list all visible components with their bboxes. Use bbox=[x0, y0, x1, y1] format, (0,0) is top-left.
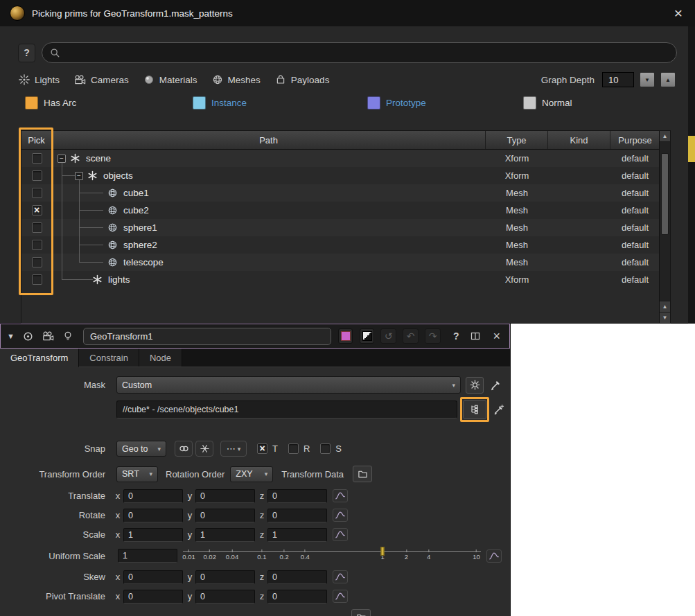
table-row-telescope[interactable]: × telescope Mesh default bbox=[21, 254, 660, 271]
mask-pattern-input[interactable] bbox=[116, 401, 457, 419]
snap-options-button[interactable]: ⋯ ▾ bbox=[220, 441, 247, 457]
table-row-scene[interactable]: × − scene Xform default bbox=[21, 150, 660, 167]
pick-checkbox-checked[interactable]: × bbox=[32, 205, 42, 215]
table-row-sphere2[interactable]: × sphere2 Mesh default bbox=[21, 236, 660, 254]
snap-to-geo-button[interactable] bbox=[195, 441, 213, 457]
tab-node[interactable]: Node bbox=[139, 349, 182, 367]
mask-settings-button[interactable] bbox=[466, 377, 484, 394]
translate-curve-button[interactable] bbox=[333, 489, 348, 502]
table-row-cube2[interactable]: × cube2 Mesh default bbox=[21, 202, 660, 219]
camera-icon[interactable] bbox=[40, 328, 56, 344]
pick-checkbox[interactable]: × bbox=[32, 240, 42, 250]
rotate-curve-button[interactable] bbox=[333, 509, 348, 522]
search-input[interactable] bbox=[65, 48, 669, 58]
expander-icon[interactable]: − bbox=[58, 155, 66, 163]
dialog-titlebar[interactable]: Picking prims for GeoTransform1.mask_pat… bbox=[0, 0, 695, 26]
search-field[interactable] bbox=[42, 42, 677, 63]
column-header-path[interactable]: Path bbox=[52, 131, 486, 149]
tab-constrain[interactable]: Constrain bbox=[79, 349, 139, 367]
node-indicator-icon[interactable] bbox=[20, 328, 36, 344]
scroll-down-button[interactable]: ▼ bbox=[660, 312, 670, 323]
eyedropper-icon[interactable] bbox=[487, 377, 503, 394]
match-selection-button[interactable] bbox=[175, 441, 193, 457]
scale-y-input[interactable] bbox=[195, 528, 255, 542]
snap-scale-toggle[interactable]: × S bbox=[320, 443, 342, 454]
scale-checkbox[interactable]: × bbox=[320, 443, 331, 454]
column-header-pick[interactable]: Pick bbox=[21, 131, 52, 149]
transform-data-folder-button[interactable] bbox=[353, 466, 372, 482]
undo-button[interactable]: ↶ bbox=[403, 328, 419, 344]
center-panel-icon[interactable] bbox=[468, 328, 484, 344]
slider-handle[interactable] bbox=[381, 547, 385, 556]
scrollbar-thumb[interactable] bbox=[661, 153, 669, 235]
pick-checkbox[interactable]: × bbox=[32, 274, 42, 285]
panel-close-icon[interactable]: × bbox=[487, 331, 503, 342]
pick-checkbox[interactable]: × bbox=[32, 153, 42, 164]
translate-x-input[interactable] bbox=[123, 489, 183, 503]
mask-dropdown[interactable]: Custom ▾ bbox=[116, 376, 461, 394]
filter-payloads[interactable]: Payloads bbox=[275, 74, 330, 85]
scene-graph-picker-button[interactable] bbox=[463, 400, 486, 419]
revert-button[interactable]: ↺ bbox=[380, 328, 396, 344]
graph-depth-decrease-button[interactable]: ▼ bbox=[640, 72, 655, 87]
translate-checkbox[interactable]: × bbox=[257, 443, 267, 454]
pick-from-viewer-icon[interactable] bbox=[491, 401, 507, 419]
graph-depth-increase-button[interactable]: ▲ bbox=[660, 72, 676, 87]
translate-z-input[interactable] bbox=[267, 489, 327, 503]
table-row-objects[interactable]: × − objects Xform default bbox=[21, 167, 660, 184]
column-header-type[interactable]: Type bbox=[486, 131, 548, 149]
snap-mode-dropdown[interactable]: Geo to ▾ bbox=[116, 441, 166, 457]
panel-header[interactable]: ▼ ↺ ↶ ↷ ? × bbox=[0, 324, 510, 349]
scale-x-input[interactable] bbox=[123, 528, 183, 542]
redo-button[interactable]: ↷ bbox=[425, 328, 441, 344]
help-button[interactable]: ? bbox=[18, 44, 35, 62]
rotate-x-input[interactable] bbox=[123, 509, 183, 522]
translate-y-input[interactable] bbox=[195, 489, 255, 503]
snap-translate-toggle[interactable]: × T bbox=[257, 443, 278, 454]
rotate-z-input[interactable] bbox=[267, 509, 327, 522]
scale-curve-button[interactable] bbox=[333, 528, 348, 541]
collapse-panel-icon[interactable]: ▼ bbox=[7, 332, 16, 340]
transform-order-dropdown[interactable]: SRT ▾ bbox=[116, 466, 158, 482]
table-row-lights[interactable]: × lights Xform default bbox=[21, 271, 660, 288]
scale-z-input[interactable] bbox=[267, 528, 327, 542]
snap-rotate-toggle[interactable]: × R bbox=[288, 443, 310, 454]
node-color-button[interactable] bbox=[338, 328, 353, 344]
rotation-order-dropdown[interactable]: ZXY ▾ bbox=[230, 466, 273, 482]
pivot-translate-curve-button[interactable] bbox=[333, 590, 348, 603]
filter-meshes[interactable]: Meshes bbox=[212, 74, 261, 85]
expander-icon[interactable]: − bbox=[75, 172, 83, 180]
gl-color-button[interactable] bbox=[360, 328, 374, 344]
pick-checkbox[interactable]: × bbox=[32, 257, 42, 267]
pick-checkbox[interactable]: × bbox=[32, 170, 42, 181]
pick-checkbox[interactable]: × bbox=[32, 222, 42, 233]
rotate-checkbox[interactable]: × bbox=[288, 443, 299, 454]
skew-x-input[interactable] bbox=[123, 570, 183, 584]
graph-depth-value[interactable]: 10 bbox=[602, 72, 634, 87]
uniform-scale-input[interactable] bbox=[118, 549, 177, 563]
rotate-y-input[interactable] bbox=[195, 509, 255, 522]
uniform-scale-curve-button[interactable] bbox=[486, 549, 502, 563]
filter-materials[interactable]: Materials bbox=[143, 74, 197, 85]
column-header-kind[interactable]: Kind bbox=[548, 131, 610, 149]
panel-help-button[interactable]: ? bbox=[449, 331, 464, 342]
table-scrollbar[interactable]: ▲ ▲ ▼ bbox=[659, 131, 670, 323]
filter-cameras[interactable]: Cameras bbox=[74, 75, 129, 85]
filter-lights[interactable]: Lights bbox=[19, 74, 60, 85]
column-header-purpose[interactable]: Purpose bbox=[610, 131, 660, 149]
pivot-translate-y-input[interactable] bbox=[195, 590, 255, 604]
scroll-up-button-bottom[interactable]: ▲ bbox=[660, 301, 670, 312]
uniform-scale-slider[interactable]: 0.01 0.02 0.04 0.1 0.2 0.4 1 2 4 10 bbox=[183, 547, 481, 565]
node-name-field[interactable] bbox=[83, 328, 331, 345]
pivot-translate-z-input[interactable] bbox=[267, 590, 327, 604]
lightbulb-icon[interactable] bbox=[60, 328, 76, 344]
pick-checkbox[interactable]: × bbox=[32, 188, 42, 198]
scroll-up-button[interactable]: ▲ bbox=[660, 131, 670, 142]
table-row-cube1[interactable]: × cube1 Mesh default bbox=[21, 184, 660, 202]
skew-curve-button[interactable] bbox=[333, 570, 348, 583]
dialog-close-icon[interactable]: × bbox=[671, 6, 685, 20]
skew-y-input[interactable] bbox=[195, 570, 255, 584]
clipped-folder-button[interactable] bbox=[351, 609, 371, 616]
tab-geotransform[interactable]: GeoTransform bbox=[0, 349, 79, 367]
skew-z-input[interactable] bbox=[267, 570, 327, 584]
